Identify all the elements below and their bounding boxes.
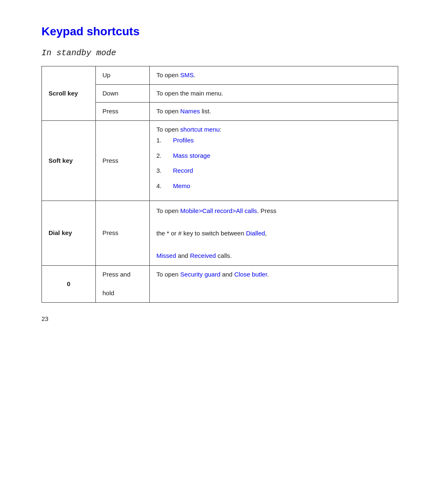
call-record-link: Mobile>Call record>All calls <box>180 207 257 214</box>
zero-key-cell: 0 <box>42 266 96 303</box>
zero-key-desc: To open Security guard and Close butler. <box>150 266 398 303</box>
list-item: 2. Mass storage <box>156 151 391 161</box>
scroll-down-action: Down <box>96 84 150 103</box>
subtitle: In standby mode <box>41 48 415 58</box>
list-item: 1. Profiles <box>156 136 391 145</box>
scroll-press-action: Press <box>96 103 150 121</box>
soft-key-desc: To open shortcut menu: 1. Profiles 2. Ma… <box>150 120 398 201</box>
dial-key-action: Press <box>96 201 150 266</box>
scroll-up-action: Up <box>96 66 150 85</box>
list-num: 4. <box>156 181 165 191</box>
scroll-key-cell: Scroll key <box>42 66 96 121</box>
scroll-press-desc: To open Names list. <box>150 103 398 121</box>
table-row: Soft key Press To open shortcut menu: 1.… <box>42 120 398 201</box>
list-num: 3. <box>156 166 165 176</box>
names-link: Names <box>180 108 200 115</box>
close-butler-link: Close butler <box>234 271 267 278</box>
list-num: 2. <box>156 151 165 161</box>
memo-link: Memo <box>173 181 190 191</box>
security-guard-link: Security guard <box>180 271 221 278</box>
scroll-down-desc: To open the main menu. <box>150 84 398 103</box>
list-num: 1. <box>156 136 165 145</box>
received-link: Received <box>190 252 216 259</box>
scroll-up-desc: To open SMS. <box>150 66 398 85</box>
mass-storage-link: Mass storage <box>173 151 210 161</box>
table-row: Scroll key Up To open SMS. <box>42 66 398 85</box>
soft-key-action: Press <box>96 120 150 201</box>
missed-link: Missed <box>156 252 176 259</box>
shortcuts-table: Scroll key Up To open SMS. Down To open … <box>41 66 398 303</box>
table-row: 0 Press andhold To open Security guard a… <box>42 266 398 303</box>
list-item: 3. Record <box>156 166 391 176</box>
sms-link: SMS <box>180 71 194 78</box>
dial-key-desc: To open Mobile>Call record>All calls. Pr… <box>150 201 398 266</box>
zero-key-action: Press andhold <box>96 266 150 303</box>
table-row: Dial key Press To open Mobile>Call recor… <box>42 201 398 266</box>
page-title: Keypad shortcuts <box>41 25 415 38</box>
dialled-link: Dialled <box>246 230 265 237</box>
shortcut-list: 1. Profiles 2. Mass storage 3. Record 4.… <box>156 136 391 191</box>
list-item: 4. Memo <box>156 181 391 191</box>
soft-key-cell: Soft key <box>42 120 96 201</box>
profiles-link: Profiles <box>173 136 194 145</box>
dial-key-cell: Dial key <box>42 201 96 266</box>
page-number: 23 <box>41 315 415 322</box>
shortcut-menu-link: shortcut menu <box>180 126 220 133</box>
record-link: Record <box>173 166 193 176</box>
